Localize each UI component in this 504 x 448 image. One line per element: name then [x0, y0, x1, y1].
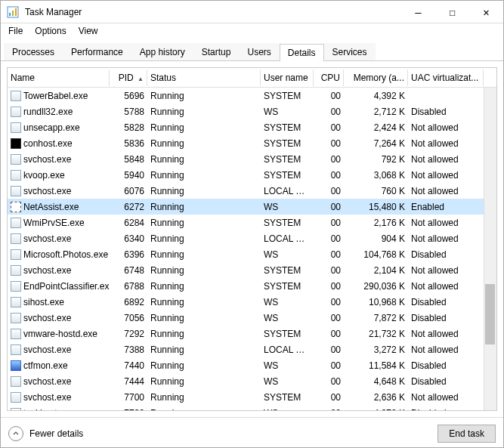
process-name: sihost.exe	[23, 297, 64, 307]
process-memory: 2,104 K	[344, 264, 408, 277]
process-status: Running	[147, 359, 261, 372]
process-name: svchost.exe	[23, 233, 71, 244]
tab-app-history[interactable]: App history	[131, 43, 193, 60]
column-user[interactable]: User name	[261, 70, 314, 86]
process-status: Running	[147, 327, 261, 341]
table-row[interactable]: ctfmon.exe7440RunningWS0011,584 KDisable…	[8, 357, 496, 373]
process-status: Running	[147, 311, 261, 325]
process-cpu: 00	[314, 121, 344, 134]
process-pid: 7056	[110, 311, 147, 325]
table-row[interactable]: TowerBabel.exe5696RunningSYSTEM004,392 K	[8, 88, 496, 104]
table-row[interactable]: vmware-hostd.exe7292RunningSYSTEM0021,73…	[8, 326, 496, 341]
process-status: Running	[147, 406, 261, 411]
menu-view[interactable]: View	[79, 26, 98, 36]
table-row[interactable]: kvoop.exe5940RunningSYSTEM003,068 KNot a…	[8, 167, 496, 183]
process-name: unsecapp.exe	[23, 122, 80, 133]
fewer-details-toggle[interactable]: Fewer details	[8, 426, 83, 441]
column-uac[interactable]: UAC virtualizat...	[408, 70, 484, 86]
process-cpu: 00	[314, 248, 344, 261]
process-icon	[11, 313, 21, 323]
column-memory[interactable]: Memory (a...	[344, 70, 408, 86]
table-row[interactable]: EndPointClassifier.exe6788RunningSYSTEM0…	[8, 278, 496, 294]
process-uac	[408, 94, 484, 97]
process-cpu: 00	[314, 295, 344, 309]
tab-details[interactable]: Details	[280, 44, 324, 61]
process-memory: 2,712 K	[344, 105, 408, 119]
process-status: Running	[147, 216, 261, 230]
process-icon	[11, 344, 21, 355]
process-pid: 6396	[110, 248, 147, 261]
table-row[interactable]: svchost.exe6340RunningLOCAL SE...00904 K…	[8, 230, 496, 246]
column-name[interactable]: Name	[8, 70, 110, 86]
table-row[interactable]: svchost.exe7056RunningWS007,872 KDisable…	[8, 310, 496, 326]
process-name: svchost.exe	[23, 313, 71, 323]
tab-performance[interactable]: Performance	[63, 43, 131, 60]
process-pid: 6748	[110, 264, 147, 277]
process-pid: 6284	[110, 216, 147, 230]
process-status: Running	[147, 168, 261, 182]
table-row[interactable]: Microsoft.Photos.exe6396RunningWS00104,7…	[8, 246, 496, 262]
table-row[interactable]: WmiPrvSE.exe6284RunningSYSTEM002,176 KNo…	[8, 215, 496, 230]
table-row[interactable]: svchost.exe7444RunningWS004,648 KDisable…	[8, 373, 496, 389]
process-user: WS	[261, 200, 314, 214]
process-memory: 11,584 K	[344, 359, 408, 372]
process-table: Name PID ▲ Status User name CPU Memory (…	[7, 67, 497, 411]
table-row[interactable]: svchost.exe7388RunningLOCAL SE...003,272…	[8, 341, 496, 357]
process-pid: 6788	[110, 280, 147, 293]
process-uac: Not allowed	[408, 216, 484, 230]
process-cpu: 00	[314, 168, 344, 182]
table-row[interactable]: unsecapp.exe5828RunningSYSTEM002,424 KNo…	[8, 119, 496, 135]
table-row[interactable]: sihost.exe6892RunningWS0010,968 KDisable…	[8, 294, 496, 310]
process-icon	[11, 170, 21, 181]
table-row[interactable]: NetAssist.exe6272RunningWS0015,480 KEnab…	[8, 199, 496, 215]
menu-file[interactable]: File	[8, 26, 23, 36]
process-uac: Not allowed	[408, 391, 484, 404]
process-pid: 6076	[110, 184, 147, 198]
process-memory: 2,424 K	[344, 121, 408, 134]
process-user: WS	[261, 359, 314, 372]
process-pid: 5828	[110, 121, 147, 134]
minimize-button[interactable]: —	[401, 1, 435, 23]
tab-services[interactable]: Services	[324, 43, 376, 60]
table-row[interactable]: conhost.exe5836RunningSYSTEM007,264 KNot…	[8, 135, 496, 151]
table-row[interactable]: svchost.exe6076RunningLOCAL SE...00760 K…	[8, 183, 496, 199]
process-icon	[11, 360, 21, 371]
vertical-scrollbar[interactable]	[484, 88, 496, 410]
process-cpu: 00	[314, 311, 344, 325]
process-user: WS	[261, 295, 314, 309]
column-pid[interactable]: PID ▲	[110, 70, 147, 86]
menu-options[interactable]: Options	[35, 26, 66, 36]
sort-indicator-icon: ▲	[138, 76, 144, 82]
process-name: svchost.exe	[23, 186, 71, 196]
process-pid: 5836	[110, 137, 147, 150]
process-cpu: 00	[314, 359, 344, 372]
close-button[interactable]: ✕	[469, 1, 503, 23]
process-cpu: 00	[314, 280, 344, 293]
table-row[interactable]: svchost.exe5848RunningSYSTEM00792 KNot a…	[8, 151, 496, 167]
maximize-button[interactable]: ☐	[435, 1, 469, 23]
process-name: NetAssist.exe	[23, 202, 79, 212]
column-cpu[interactable]: CPU	[314, 70, 344, 86]
fewer-details-label: Fewer details	[29, 428, 83, 439]
process-cpu: 00	[314, 105, 344, 119]
task-manager-icon	[7, 6, 19, 18]
process-status: Running	[147, 184, 261, 198]
process-status: Running	[147, 121, 261, 134]
process-uac: Not allowed	[408, 168, 484, 182]
tab-startup[interactable]: Startup	[193, 43, 240, 60]
table-row[interactable]: svchost.exe6748RunningSYSTEM002,104 KNot…	[8, 262, 496, 278]
process-uac: Disabled	[408, 406, 484, 411]
process-pid: 7736	[110, 406, 147, 411]
column-status[interactable]: Status	[147, 70, 261, 86]
footer-bar: Fewer details End task	[1, 417, 503, 448]
table-row[interactable]: svchost.exe7700RunningSYSTEM002,636 KNot…	[8, 389, 496, 405]
table-row[interactable]: taskhostw.exe7736RunningWS004,972 KDisab…	[8, 405, 496, 410]
tab-processes[interactable]: Processes	[4, 43, 63, 60]
table-row[interactable]: rundll32.exe5788RunningWS002,712 KDisabl…	[8, 104, 496, 119]
end-task-button[interactable]: End task	[438, 425, 496, 443]
process-user: SYSTEM	[261, 168, 314, 182]
tab-users[interactable]: Users	[239, 43, 279, 60]
scroll-thumb[interactable]	[485, 284, 495, 344]
process-icon	[11, 154, 21, 165]
process-name: EndPointClassifier.exe	[23, 281, 110, 292]
